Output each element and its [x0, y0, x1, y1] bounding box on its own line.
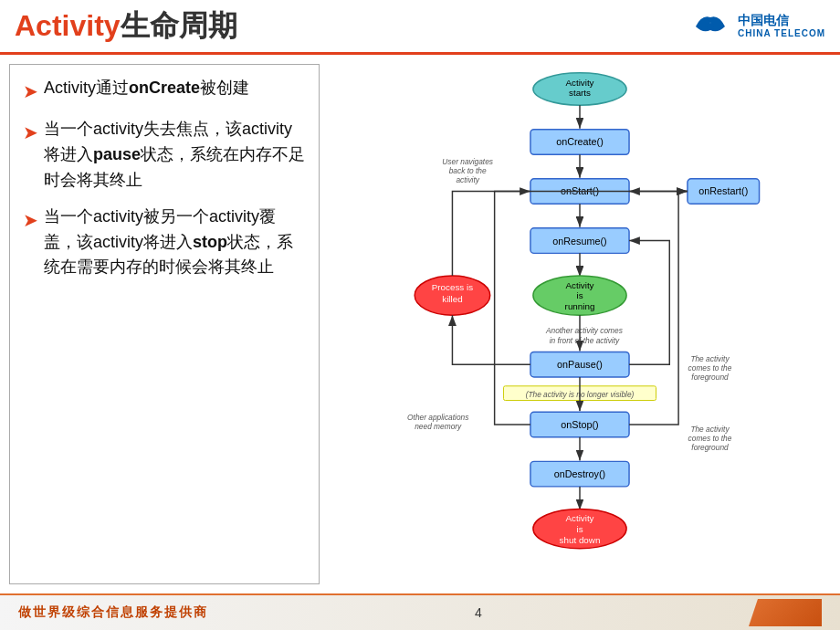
- svg-text:back to the: back to the: [449, 166, 487, 175]
- title-black: 生命周期: [121, 9, 237, 42]
- header: Activity生命周期 中国电信 CHINA TELECOM: [0, 0, 840, 55]
- bullet-arrow-3: ➤: [23, 206, 38, 235]
- flowchart-panel: Activity starts onCreate() onStart() onR…: [329, 64, 831, 584]
- page-title: Activity生命周期: [15, 6, 237, 47]
- svg-text:in front of the activity: in front of the activity: [550, 336, 620, 345]
- bullet-text-2: 当一个activity失去焦点，该activity将进入pause状态，系统在内…: [44, 117, 306, 194]
- footer: 做世界级综合信息服务提供商 4: [0, 593, 840, 630]
- logo-text: 中国电信 CHINA TELECOM: [738, 13, 825, 39]
- svg-text:killed: killed: [442, 294, 462, 304]
- svg-text:comes to the: comes to the: [688, 363, 732, 373]
- svg-text:running: running: [565, 301, 595, 311]
- main-content: ➤ Activity通过onCreate被创建 ➤ 当一个activity失去焦…: [0, 55, 840, 593]
- svg-text:Activity: Activity: [565, 513, 593, 523]
- svg-text:Activity: Activity: [565, 78, 593, 88]
- svg-text:Process is: Process is: [432, 282, 473, 292]
- svg-text:foreground: foreground: [691, 373, 729, 382]
- bullet-item-3: ➤ 当一个activity被另一个activity覆盖，该activity将进入…: [23, 205, 306, 281]
- bullet-arrow-1: ➤: [23, 78, 38, 106]
- title-red: Activity: [15, 9, 121, 42]
- svg-text:The activity: The activity: [690, 425, 730, 434]
- svg-text:The activity: The activity: [690, 354, 730, 363]
- bullet-text-3: 当一个activity被另一个activity覆盖，该activity将进入st…: [44, 205, 306, 281]
- svg-text:User navigates: User navigates: [442, 157, 493, 166]
- bullet-arrow-2: ➤: [23, 119, 38, 147]
- flowchart-svg: Activity starts onCreate() onStart() onR…: [329, 64, 831, 584]
- bullet-item-2: ➤ 当一个activity失去焦点，该activity将进入pause状态，系统…: [23, 117, 306, 194]
- bullet-text-1: Activity通过onCreate被创建: [44, 76, 249, 101]
- svg-text:need memory: need memory: [415, 422, 462, 431]
- svg-text:onStop(): onStop(): [561, 419, 598, 430]
- footer-decoration: [749, 599, 822, 626]
- left-panel: ➤ Activity通过onCreate被创建 ➤ 当一个activity失去焦…: [9, 64, 320, 584]
- svg-text:onResume(): onResume(): [552, 236, 606, 247]
- svg-text:onDestroy(): onDestroy(): [554, 468, 605, 479]
- svg-text:onRestart(): onRestart(): [698, 185, 748, 196]
- svg-text:starts: starts: [569, 88, 591, 98]
- svg-text:shut down: shut down: [560, 535, 601, 545]
- svg-text:is: is: [576, 524, 583, 534]
- svg-text:onPause(): onPause(): [557, 359, 603, 370]
- svg-text:activity: activity: [456, 175, 479, 184]
- svg-text:Another activity comes: Another activity comes: [545, 326, 623, 335]
- svg-text:Other applications: Other applications: [407, 413, 468, 422]
- bullet-item-1: ➤ Activity通过onCreate被创建: [23, 76, 306, 106]
- svg-point-0: [707, 23, 714, 30]
- china-telecom-icon: [688, 8, 732, 45]
- logo: 中国电信 CHINA TELECOM: [688, 8, 825, 45]
- page-number: 4: [475, 605, 482, 620]
- svg-text:Activity: Activity: [565, 280, 593, 290]
- svg-text:foreground: foreground: [691, 443, 729, 452]
- svg-text:is: is: [576, 290, 583, 300]
- svg-text:comes to the: comes to the: [688, 434, 732, 443]
- svg-text:onCreate(): onCreate(): [556, 136, 604, 147]
- footer-tagline: 做世界级综合信息服务提供商: [18, 604, 208, 621]
